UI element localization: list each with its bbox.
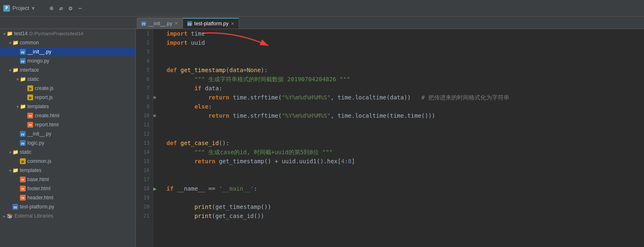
code-line-11 (166, 120, 644, 129)
minimize-icon[interactable]: − (78, 5, 82, 12)
code-line-13: def get_case_id(): (166, 138, 644, 148)
ln-21: 21 (136, 211, 150, 220)
gutter-20 (153, 202, 162, 211)
gutter-10: ◉ (153, 111, 162, 120)
tab-bar: py __init__.py ✕ py test-platform.py ✕ (0, 17, 644, 29)
sidebar-item-external-libs[interactable]: 📚 External Libraries (0, 211, 135, 220)
sidebar-item-common-js[interactable]: js common.js (0, 157, 135, 166)
ln-16: 16 (136, 166, 150, 175)
gutter-19 (153, 193, 162, 202)
num-4: 4 (341, 157, 344, 166)
sidebar-item-templates-interface[interactable]: 📁 templates (0, 102, 135, 111)
kw-import-1: import (166, 29, 188, 38)
code-line-18: if __name__ == '__main__': (166, 184, 644, 193)
ln-18: 18 (136, 184, 150, 193)
sidebar-item-init-py[interactable]: py __init__.py (0, 47, 135, 56)
sidebar-item-templates2[interactable]: 📁 templates (0, 166, 135, 175)
folder-icon-test14: 📁 (7, 31, 12, 36)
path-test14: D:/PycharmProjects/test14 (29, 31, 83, 36)
main-content: 📁 test14 D:/PycharmProjects/test14 📁 com… (0, 29, 644, 247)
file-js-icon-report: js (27, 94, 33, 100)
folder-icon-templates-interface: 📁 (20, 104, 26, 109)
sidebar-item-create-js[interactable]: js create.js (0, 84, 135, 93)
str-format-1: "%Y%m%d%H%M%S" (282, 93, 330, 102)
sidebar-item-create-html[interactable]: ht create.html (0, 111, 135, 120)
arrow-templates-interface (15, 104, 20, 109)
run-arrow-icon[interactable]: ▶ (153, 184, 157, 193)
gutter-marker-8: ◉ (153, 93, 156, 102)
tab-init-label: __init__.py (148, 21, 172, 27)
settings-icon[interactable]: ⚙ (69, 5, 72, 12)
sidebar-item-common[interactable]: 📁 common (0, 38, 135, 47)
code-container[interactable]: 1 2 3 4 5 6 7 8 9 10 11 12 13 14 15 16 1… (136, 29, 644, 247)
tab-init-close[interactable]: ✕ (174, 21, 178, 26)
ln-7: 7 (136, 84, 150, 93)
gutter: ◉ ◉ ▶ (153, 29, 162, 247)
kw-def-1: def (166, 65, 181, 75)
tab-test-platform[interactable]: py test-platform.py ✕ (183, 18, 239, 29)
file-py-icon-logic: py (20, 140, 26, 146)
ln-2: 2 (136, 38, 150, 47)
sidebar-item-static[interactable]: 📁 static (0, 75, 135, 84)
file-js-icon-create: js (27, 85, 33, 91)
code-line-1: import time (166, 29, 644, 38)
gutter-6 (153, 75, 162, 84)
gutter-1 (153, 29, 162, 38)
gutter-17 (153, 175, 162, 184)
sidebar-item-footer-html[interactable]: ht footer.html (0, 184, 135, 193)
sidebar-item-header-html[interactable]: ht header.html (0, 193, 135, 202)
label-footer-html: footer.html (27, 186, 51, 191)
gutter-4 (153, 56, 162, 65)
sidebar-item-test14-root[interactable]: 📁 test14 D:/PycharmProjects/test14 (0, 29, 135, 38)
label-test14: test14 (14, 31, 28, 36)
project-title-label: Project (12, 5, 29, 11)
sidebar-item-static2[interactable]: 📁 static (0, 148, 135, 157)
editor-area: 1 2 3 4 5 6 7 8 9 10 11 12 13 14 15 16 1… (136, 29, 644, 247)
gutter-16 (153, 166, 162, 175)
label-templates2: templates (20, 167, 41, 173)
code-line-16 (166, 166, 644, 175)
kw-else: else (194, 102, 208, 111)
code-line-8: return time.strftime("%Y%m%d%H%M%S", tim… (166, 93, 644, 102)
file-py-icon-test-platform: py (12, 204, 18, 210)
ln-3: 3 (136, 47, 150, 56)
sidebar-item-test-platform-py[interactable]: py test-platform.py (0, 202, 135, 211)
add-icon[interactable]: ⊕ (50, 5, 53, 12)
sidebar-item-interface[interactable]: 📁 interface (0, 65, 135, 75)
dropdown-arrow[interactable]: ▼ (31, 5, 34, 11)
arrow-templates2 (7, 168, 12, 173)
ln-8: 8 (136, 93, 150, 102)
ln-20: 20 (136, 202, 150, 211)
split-icon[interactable]: ⇄ (59, 5, 63, 12)
code-line-14: """ 生成case的id, 时间截+uuid的第5到8位 """ (166, 148, 644, 157)
folder-icon-static: 📁 (20, 76, 26, 82)
label-static: static (27, 76, 39, 82)
gutter-18[interactable]: ▶ (153, 184, 162, 193)
param-data: data (229, 65, 244, 75)
sidebar-item-init-py2[interactable]: py __init__.py (0, 129, 135, 138)
code-editor[interactable]: import time import uuid def get_timestam… (162, 29, 644, 247)
code-line-17 (166, 175, 644, 184)
label-logic-py: logic.py (27, 140, 44, 146)
sidebar-item-logic-py[interactable]: py logic.py (0, 138, 135, 148)
code-line-20: print(get_timestamp()) (166, 202, 644, 211)
fn-get-case-id: get_case_id (181, 138, 219, 148)
code-line-10: return time.strftime("%Y%m%d%H%M%S", tim… (166, 111, 644, 120)
sidebar-item-report-html[interactable]: ht report.html (0, 120, 135, 129)
sidebar-item-report-js[interactable]: js report.js (0, 93, 135, 102)
label-templates-interface: templates (27, 104, 49, 109)
label-header-html: header.html (27, 195, 53, 201)
code-line-7: if data: (166, 84, 644, 93)
sidebar-item-mongo-py[interactable]: py mongo.py (0, 56, 135, 65)
file-py-icon-init: py (20, 49, 26, 55)
tab-init-py[interactable]: py __init__.py ✕ (137, 18, 183, 29)
kw-return-2: return (208, 111, 229, 120)
sidebar-item-base-html[interactable]: ht base.html (0, 175, 135, 184)
param-none: None (247, 65, 261, 75)
gutter-15 (153, 157, 162, 166)
label-static2: static (20, 149, 31, 155)
code-line-3 (166, 47, 644, 56)
tab-test-close[interactable]: ✕ (231, 21, 234, 27)
title-bar-icons: ⊕ ⇄ ⚙ − (50, 5, 82, 12)
label-common: common (20, 40, 39, 46)
